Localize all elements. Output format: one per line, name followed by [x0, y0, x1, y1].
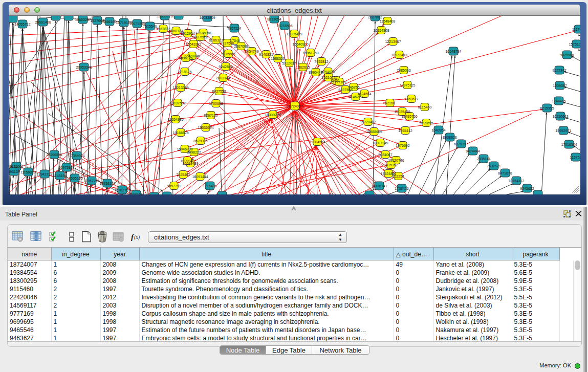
- svg-text:7663822: 7663822: [156, 27, 170, 31]
- svg-text:2087682: 2087682: [368, 16, 382, 19]
- svg-text:2803144: 2803144: [216, 76, 230, 80]
- svg-text:15751074: 15751074: [569, 42, 580, 46]
- svg-text:8471676: 8471676: [498, 171, 512, 175]
- svg-text:12213389: 12213389: [172, 86, 188, 90]
- svg-text:18300295: 18300295: [265, 113, 280, 117]
- svg-text:11548408: 11548408: [380, 19, 396, 23]
- svg-text:6497568: 6497568: [338, 88, 352, 92]
- svg-text:16648784: 16648784: [445, 50, 461, 53]
- svg-text:1209387: 1209387: [553, 84, 567, 87]
- svg-text:10958107: 10958107: [99, 182, 115, 185]
- svg-text:15923446: 15923446: [128, 193, 144, 194]
- svg-text:9242848: 9242848: [219, 65, 232, 69]
- svg-text:10120746: 10120746: [388, 159, 404, 162]
- svg-text:12505155: 12505155: [67, 177, 82, 180]
- svg-text:19853776: 19853776: [157, 16, 172, 18]
- svg-text:9115460: 9115460: [418, 105, 432, 109]
- svg-text:9327503: 9327503: [193, 35, 207, 39]
- svg-text:12942737: 12942737: [36, 172, 52, 176]
- svg-text:9857791: 9857791: [167, 184, 181, 188]
- svg-text:5875685: 5875685: [221, 52, 235, 56]
- svg-text:62160: 62160: [385, 101, 395, 105]
- svg-text:10025438: 10025438: [394, 110, 410, 114]
- svg-text:13226058: 13226058: [195, 31, 211, 35]
- svg-text:7955812: 7955812: [314, 60, 328, 63]
- svg-text:19166825: 19166825: [172, 131, 188, 135]
- svg-text:1145194: 1145194: [53, 174, 67, 178]
- svg-text:9227342: 9227342: [552, 69, 566, 72]
- svg-text:13325419: 13325419: [286, 32, 302, 36]
- svg-text:9699695: 9699695: [419, 121, 433, 125]
- svg-text:11156829: 11156829: [20, 170, 36, 174]
- svg-text:10688609: 10688609: [366, 130, 382, 134]
- svg-text:19384554: 19384554: [309, 140, 325, 144]
- svg-text:8427552: 8427552: [212, 90, 226, 93]
- svg-text:17957255: 17957255: [83, 179, 99, 183]
- svg-text:6794028: 6794028: [321, 70, 335, 74]
- svg-text:7515546: 7515546: [143, 25, 157, 28]
- svg-text:1716485: 1716485: [203, 184, 216, 188]
- svg-text:1615152: 1615152: [384, 163, 398, 167]
- svg-text:16782759: 16782759: [114, 188, 130, 192]
- svg-text:8466160: 8466160: [102, 20, 116, 24]
- svg-text:5322037: 5322037: [282, 61, 296, 65]
- svg-text:393159: 393159: [9, 170, 20, 173]
- svg-text:17546: 17546: [230, 39, 240, 42]
- svg-text:7625402: 7625402: [176, 173, 190, 177]
- svg-text:16961758: 16961758: [302, 51, 318, 55]
- svg-text:14055712: 14055712: [14, 23, 30, 26]
- svg-text:15692971: 15692971: [555, 129, 571, 133]
- svg-text:16091444: 16091444: [192, 175, 208, 179]
- svg-text:1362615: 1362615: [296, 65, 310, 69]
- svg-text:10654112: 10654112: [509, 179, 525, 183]
- svg-text:10973493: 10973493: [391, 53, 407, 57]
- svg-text:2718176: 2718176: [178, 70, 191, 74]
- svg-text:116753: 116753: [570, 156, 580, 159]
- svg-text:8912954: 8912954: [181, 32, 194, 35]
- svg-text:9463627: 9463627: [404, 97, 418, 101]
- svg-text:20053346: 20053346: [76, 65, 92, 69]
- svg-text:17016504: 17016504: [561, 143, 577, 146]
- svg-text:9084067: 9084067: [378, 153, 392, 157]
- svg-text:9245652: 9245652: [520, 187, 534, 190]
- svg-text:20691406: 20691406: [35, 20, 51, 24]
- svg-text:9777169: 9777169: [332, 80, 346, 84]
- svg-text:9329906: 9329906: [560, 53, 574, 57]
- svg-text:8215955: 8215955: [540, 106, 554, 110]
- svg-text:6379197: 6379197: [454, 142, 468, 146]
- svg-text:8938928: 8938928: [443, 136, 456, 139]
- svg-text:18807249: 18807249: [372, 141, 388, 145]
- svg-text:8813054: 8813054: [267, 17, 281, 21]
- svg-text:9146821: 9146821: [259, 53, 273, 56]
- svg-text:16543382: 16543382: [185, 42, 201, 46]
- svg-text:16033809: 16033809: [199, 16, 215, 19]
- svg-text:18107552: 18107552: [169, 101, 185, 105]
- svg-text:13535594: 13535594: [198, 126, 213, 129]
- svg-text:2935114: 2935114: [477, 157, 491, 161]
- svg-text:12975115: 12975115: [400, 83, 416, 87]
- svg-text:8578335: 8578335: [193, 139, 207, 143]
- svg-text:3498222: 3498222: [187, 150, 201, 154]
- svg-text:1965412: 1965412: [398, 129, 412, 133]
- svg-text:8135061: 8135061: [9, 165, 23, 168]
- svg-text:9474444: 9474444: [466, 149, 480, 153]
- svg-text:1640954: 1640954: [431, 128, 445, 132]
- svg-text:7632621: 7632621: [487, 164, 500, 168]
- svg-text:20206556: 20206556: [46, 153, 62, 157]
- svg-text:10653287: 10653287: [75, 18, 91, 21]
- svg-text:1588520: 1588520: [271, 57, 285, 60]
- svg-text:8454749: 8454749: [245, 50, 258, 53]
- svg-text:9896126: 9896126: [179, 56, 192, 60]
- svg-text:1733426: 1733426: [395, 187, 408, 190]
- svg-text:16154808: 16154808: [373, 29, 389, 32]
- svg-text:14136141: 14136141: [371, 184, 387, 188]
- svg-text:1609948: 1609948: [180, 159, 194, 163]
- svg-text:17359924: 17359924: [69, 154, 84, 158]
- svg-text:18724007: 18724007: [287, 104, 302, 108]
- svg-text:1700698: 1700698: [209, 102, 223, 105]
- svg-text:7857224: 7857224: [227, 27, 241, 30]
- svg-text:18495756: 18495756: [401, 115, 417, 118]
- svg-text:12213967: 12213967: [385, 40, 401, 43]
- svg-text:16210643: 16210643: [552, 115, 568, 118]
- svg-text:(x): (x): [134, 234, 140, 240]
